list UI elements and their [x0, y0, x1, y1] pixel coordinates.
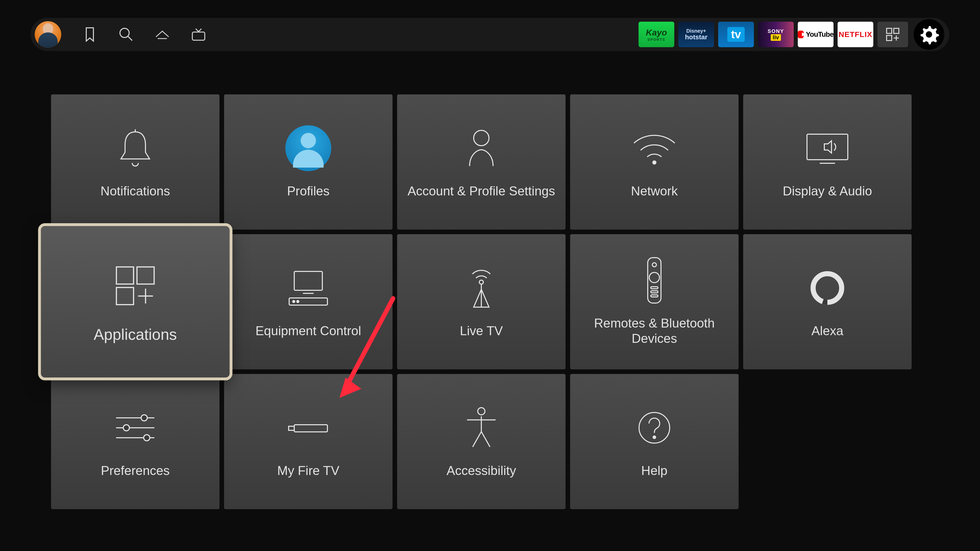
tile-label: Accessibility — [447, 463, 516, 478]
tile-label: My Fire TV — [277, 463, 339, 478]
tile-profiles[interactable]: Profiles — [224, 94, 393, 230]
app-sublabel: SPORTS — [648, 38, 665, 41]
remote-icon — [644, 257, 665, 303]
svg-rect-38 — [294, 425, 328, 432]
app-shortcut-row: Kayo SPORTS Disney+ hotstar tv SONY liv … — [638, 19, 944, 50]
app-label: Kayo — [646, 27, 667, 38]
tile-label: Profiles — [287, 183, 330, 199]
tile-account[interactable]: Account & Profile Settings — [397, 94, 566, 230]
svg-point-0 — [120, 28, 129, 38]
wifi-icon — [632, 125, 677, 171]
home-icon[interactable] — [154, 26, 170, 43]
alexa-ring-icon — [808, 265, 846, 311]
app-tile-tv[interactable]: tv — [718, 22, 754, 47]
app-label: YouTube — [806, 30, 834, 38]
search-icon[interactable] — [118, 26, 134, 43]
svg-point-46 — [653, 436, 655, 438]
app-tile-hotstar[interactable]: Disney+ hotstar — [678, 22, 714, 47]
person-icon — [466, 125, 496, 171]
svg-point-27 — [649, 272, 659, 283]
svg-rect-4 — [886, 28, 892, 33]
accessibility-icon — [463, 405, 499, 451]
settings-grid: Notifications Profiles Account & Profile… — [51, 94, 912, 509]
tile-label: Help — [641, 463, 668, 478]
svg-rect-14 — [137, 267, 154, 284]
tile-accessibility[interactable]: Accessibility — [397, 374, 566, 509]
app-label: Disney+ — [686, 28, 706, 34]
app-label: NETFLIX — [838, 30, 872, 39]
svg-point-22 — [297, 300, 299, 303]
tile-preferences[interactable]: Preferences — [51, 374, 220, 509]
tile-label: Display & Audio — [783, 183, 872, 199]
app-tile-netflix[interactable]: NETFLIX — [838, 22, 873, 47]
svg-point-23 — [479, 280, 484, 284]
svg-point-26 — [652, 263, 656, 267]
help-icon — [635, 405, 673, 451]
tile-label: Preferences — [101, 463, 170, 478]
youtube-play-icon — [798, 30, 803, 38]
svg-line-1 — [128, 37, 132, 41]
svg-line-43 — [473, 432, 481, 447]
tile-remotes[interactable]: Remotes & Bluetooth Devices — [570, 234, 738, 369]
tile-network[interactable]: Network — [570, 94, 738, 230]
all-apps-button[interactable] — [877, 22, 908, 47]
app-tile-kayo[interactable]: Kayo SPORTS — [638, 22, 674, 47]
svg-rect-15 — [116, 287, 134, 305]
tile-my-fire-tv[interactable]: My Fire TV — [224, 374, 393, 509]
tile-notifications[interactable]: Notifications — [51, 94, 220, 230]
svg-point-31 — [813, 274, 842, 302]
tile-label: Applications — [94, 325, 177, 344]
bell-icon — [118, 125, 153, 171]
svg-point-9 — [474, 130, 489, 146]
svg-rect-13 — [116, 267, 134, 284]
app-sublabel: hotstar — [685, 34, 708, 41]
nav-icons — [82, 26, 207, 43]
tile-label: Notifications — [100, 183, 170, 199]
tile-label: Network — [631, 183, 678, 199]
svg-rect-28 — [651, 287, 658, 289]
live-tv-icon[interactable] — [190, 26, 207, 43]
svg-rect-6 — [886, 35, 892, 41]
tile-help[interactable]: Help — [570, 374, 738, 509]
tile-equipment-control[interactable]: Equipment Control — [224, 234, 393, 369]
svg-point-40 — [478, 408, 485, 415]
svg-point-35 — [123, 425, 129, 431]
app-sublabel: liv — [771, 34, 781, 41]
svg-rect-3 — [192, 32, 205, 40]
sliders-icon — [114, 405, 157, 451]
equipment-icon — [286, 265, 330, 311]
app-label: tv — [727, 27, 745, 42]
svg-rect-5 — [894, 28, 899, 33]
tile-label: Alexa — [811, 323, 843, 338]
tile-label: Live TV — [460, 323, 503, 338]
tile-alexa[interactable]: Alexa — [743, 234, 912, 369]
top-nav-bar: Kayo SPORTS Disney+ hotstar tv SONY liv … — [30, 18, 950, 51]
svg-rect-39 — [289, 426, 294, 430]
app-tile-sonyliv[interactable]: SONY liv — [758, 22, 794, 47]
svg-rect-30 — [651, 295, 658, 297]
antenna-icon — [462, 265, 501, 311]
svg-rect-29 — [651, 291, 658, 293]
tile-label: Equipment Control — [256, 323, 361, 338]
tile-live-tv[interactable]: Live TV — [397, 234, 566, 369]
tile-label: Account & Profile Settings — [407, 183, 555, 199]
app-tile-youtube[interactable]: YouTube — [798, 22, 834, 47]
settings-button[interactable] — [914, 19, 944, 50]
svg-rect-18 — [294, 272, 322, 290]
display-audio-icon — [804, 125, 850, 171]
svg-point-10 — [653, 161, 656, 164]
app-label: SONY — [768, 28, 784, 34]
tile-label: Remotes & Bluetooth Devices — [580, 316, 729, 346]
svg-point-33 — [141, 415, 147, 421]
svg-rect-11 — [807, 134, 848, 160]
tile-applications[interactable]: Applications — [41, 226, 229, 378]
profile-avatar[interactable] — [35, 21, 61, 48]
svg-point-37 — [144, 435, 150, 441]
svg-line-44 — [481, 432, 490, 447]
tile-display-audio[interactable]: Display & Audio — [743, 94, 912, 230]
device-stick-icon — [286, 405, 330, 451]
svg-point-21 — [293, 300, 295, 303]
apps-grid-icon — [112, 260, 158, 311]
profile-icon — [285, 125, 331, 171]
bookmark-icon[interactable] — [82, 26, 98, 43]
